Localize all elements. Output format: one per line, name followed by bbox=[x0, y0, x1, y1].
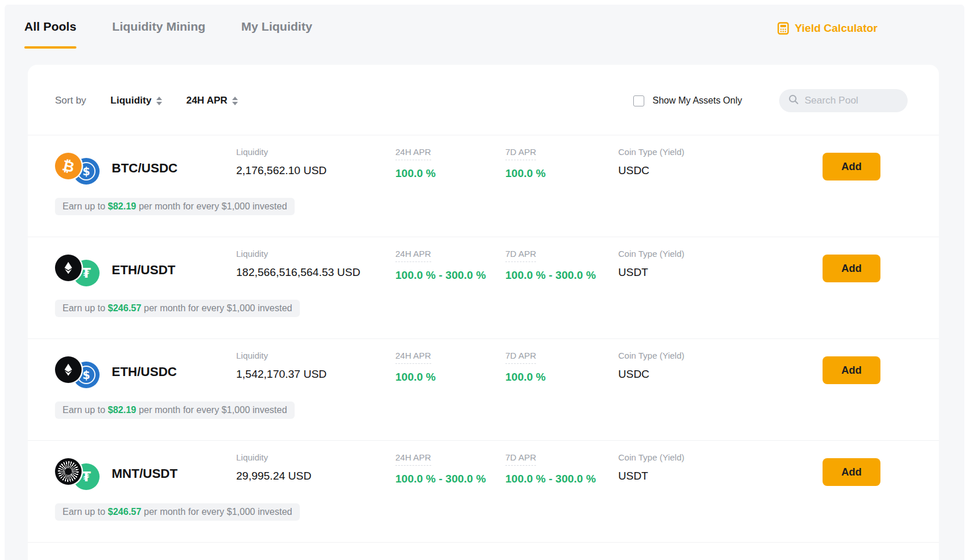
apr-24h-value: 100.0 % - 300.0 % bbox=[395, 269, 505, 282]
apr-7d-value: 100.0 % - 300.0 % bbox=[505, 473, 618, 485]
pair-cell: $ ETH/USDC bbox=[55, 351, 236, 389]
apr-24h-label[interactable]: 24H APR bbox=[395, 452, 431, 466]
liquidity-cell: Liquidity 2,176,562.10 USD bbox=[236, 147, 395, 177]
apr-24h-label[interactable]: 24H APR bbox=[395, 249, 431, 262]
earn-badge: Earn up to $246.57 per month for every $… bbox=[55, 300, 300, 317]
apr-7d-label[interactable]: 7D APR bbox=[505, 249, 536, 262]
coin-type-value: USDT bbox=[618, 470, 823, 482]
add-liquidity-button[interactable]: Add bbox=[823, 153, 880, 180]
apr-24h-cell: 24H APR 100.0 % bbox=[395, 351, 505, 384]
apr-7d-label[interactable]: 7D APR bbox=[505, 452, 536, 466]
eth-icon bbox=[55, 356, 82, 383]
pair-icons: $ bbox=[55, 355, 104, 389]
earn-badge: Earn up to $82.19 per month for every $1… bbox=[55, 198, 295, 215]
liquidity-label: Liquidity bbox=[236, 351, 268, 360]
apr-7d-value: 100.0 % - 300.0 % bbox=[505, 269, 618, 282]
show-my-assets-toggle[interactable]: Show My Assets Only bbox=[633, 95, 742, 106]
earn-prefix: Earn up to bbox=[63, 507, 108, 517]
row-divider bbox=[28, 542, 939, 543]
pools-card: Sort by Liquidity 24H APR Show My Assets… bbox=[28, 65, 939, 560]
add-liquidity-button[interactable]: Add bbox=[823, 458, 880, 486]
liquidity-value: 182,566,516,564.53 USD bbox=[236, 266, 395, 279]
pool-list: ₿ $ BTC/USDC Liquidity 2,176,562.10 USD … bbox=[28, 135, 939, 543]
apr-24h-cell: 24H APR 100.0 % bbox=[395, 147, 505, 180]
apr-24h-value: 100.0 % bbox=[395, 167, 505, 180]
add-liquidity-button[interactable]: Add bbox=[823, 356, 880, 384]
search-pool-box[interactable] bbox=[779, 89, 908, 112]
show-my-assets-checkbox[interactable] bbox=[633, 95, 644, 106]
add-liquidity-button[interactable]: Add bbox=[823, 255, 880, 282]
apr-7d-cell: 7D APR 100.0 % bbox=[505, 147, 618, 180]
earn-amount: $246.57 bbox=[108, 507, 141, 517]
coin-type-value: USDC bbox=[618, 164, 823, 177]
earn-suffix: per month for every $1,000 invested bbox=[141, 303, 292, 314]
pair-cell: ₿ $ BTC/USDC bbox=[55, 147, 236, 185]
earn-suffix: per month for every $1,000 invested bbox=[136, 201, 287, 212]
coin-type-label: Coin Type (Yield) bbox=[618, 147, 684, 157]
yield-calculator-link[interactable]: Yield Calculator bbox=[777, 22, 878, 35]
pool-row-eth-usdc: $ ETH/USDC Liquidity 1,542,170.37 USD 24… bbox=[28, 338, 939, 440]
apr-7d-cell: 7D APR 100.0 % - 300.0 % bbox=[505, 452, 618, 485]
search-pool-input[interactable] bbox=[805, 95, 891, 106]
pair-cell: ₮ ETH/USDT bbox=[55, 249, 236, 287]
apr-7d-value: 100.0 % bbox=[505, 371, 618, 384]
earn-suffix: per month for every $1,000 invested bbox=[141, 507, 292, 517]
coin-type-cell: Coin Type (Yield) USDC bbox=[618, 147, 823, 177]
toolbar-right: Show My Assets Only bbox=[633, 89, 908, 112]
earn-suffix: per month for every $1,000 invested bbox=[136, 405, 287, 415]
coin-type-cell: Coin Type (Yield) USDT bbox=[618, 452, 823, 482]
earn-prefix: Earn up to bbox=[63, 201, 108, 212]
tab-all-pools[interactable]: All Pools bbox=[24, 20, 76, 49]
sort-by-label: Sort by bbox=[55, 95, 86, 106]
liquidity-cell: Liquidity 182,566,516,564.53 USD bbox=[236, 249, 395, 279]
earn-amount: $82.19 bbox=[108, 405, 136, 415]
apr-7d-label[interactable]: 7D APR bbox=[505, 351, 536, 364]
coin-type-label: Coin Type (Yield) bbox=[618, 249, 684, 259]
apr-24h-label[interactable]: 24H APR bbox=[395, 147, 431, 160]
pool-row-btc-usdc: ₿ $ BTC/USDC Liquidity 2,176,562.10 USD … bbox=[28, 135, 939, 237]
earn-amount: $82.19 bbox=[108, 201, 136, 212]
mnt-icon bbox=[55, 458, 82, 485]
sort-arrows-icon bbox=[156, 97, 162, 105]
apr-7d-cell: 7D APR 100.0 % - 300.0 % bbox=[505, 249, 618, 282]
liquidity-value: 1,542,170.37 USD bbox=[236, 368, 395, 381]
apr-7d-cell: 7D APR 100.0 % bbox=[505, 351, 618, 384]
apr-24h-cell: 24H APR 100.0 % - 300.0 % bbox=[395, 249, 505, 282]
btc-icon: ₿ bbox=[55, 153, 82, 179]
pair-name: ETH/USDT bbox=[112, 263, 175, 278]
sort-field-24h-apr-label: 24H APR bbox=[186, 95, 227, 106]
yield-calculator-label: Yield Calculator bbox=[795, 22, 878, 35]
liquidity-value: 2,176,562.10 USD bbox=[236, 164, 395, 177]
earn-prefix: Earn up to bbox=[63, 303, 108, 314]
sort-field-liquidity-label: Liquidity bbox=[111, 95, 152, 106]
pair-icons: ₮ bbox=[55, 457, 104, 491]
pair-name: BTC/USDC bbox=[112, 161, 178, 176]
liquidity-label: Liquidity bbox=[236, 249, 268, 259]
tab-my-liquidity[interactable]: My Liquidity bbox=[241, 20, 313, 49]
sort-field-24h-apr[interactable]: 24H APR bbox=[186, 95, 238, 106]
pair-icons: ₮ bbox=[55, 253, 104, 287]
apr-7d-value: 100.0 % bbox=[505, 167, 618, 180]
tab-liquidity-mining[interactable]: Liquidity Mining bbox=[112, 20, 205, 49]
apr-24h-label[interactable]: 24H APR bbox=[395, 351, 431, 364]
earn-prefix: Earn up to bbox=[63, 405, 108, 415]
sort-arrows-icon bbox=[232, 97, 238, 105]
coin-type-cell: Coin Type (Yield) USDT bbox=[618, 249, 823, 279]
coin-type-label: Coin Type (Yield) bbox=[618, 351, 684, 360]
liquidity-cell: Liquidity 1,542,170.37 USD bbox=[236, 351, 395, 381]
search-icon bbox=[788, 94, 799, 107]
coin-type-value: USDT bbox=[618, 266, 823, 279]
coin-type-cell: Coin Type (Yield) USDC bbox=[618, 351, 823, 381]
pair-name: MNT/USDT bbox=[112, 466, 178, 481]
liquidity-label: Liquidity bbox=[236, 147, 268, 157]
show-my-assets-label: Show My Assets Only bbox=[652, 95, 742, 106]
liquidity-label: Liquidity bbox=[236, 452, 268, 462]
pair-icons: ₿ $ bbox=[55, 152, 104, 185]
apr-24h-value: 100.0 % bbox=[395, 371, 505, 384]
pool-row-mnt-usdt: ₮ MNT/USDT Liquidity 29,995.24 USD 24H A… bbox=[28, 440, 939, 542]
apr-7d-label[interactable]: 7D APR bbox=[505, 147, 536, 160]
sort-field-liquidity[interactable]: Liquidity bbox=[111, 95, 162, 106]
earn-badge: Earn up to $246.57 per month for every $… bbox=[55, 503, 300, 521]
pools-toolbar: Sort by Liquidity 24H APR Show My Assets… bbox=[55, 88, 908, 113]
pool-row-eth-usdt: ₮ ETH/USDT Liquidity 182,566,516,564.53 … bbox=[28, 237, 939, 338]
